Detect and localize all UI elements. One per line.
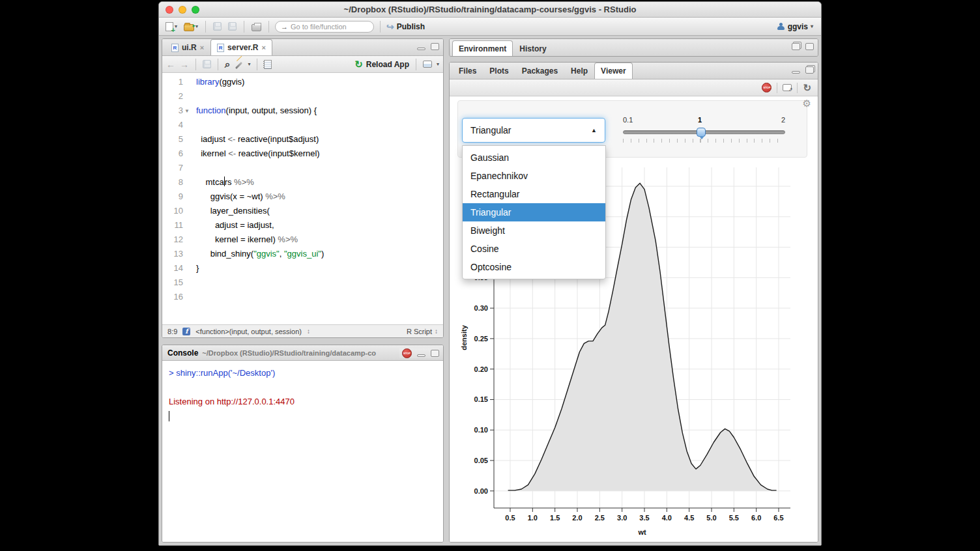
back-icon[interactable]: ← xyxy=(166,59,175,70)
files-tab-strip: FilesPlotsPackagesHelpViewer xyxy=(450,63,818,79)
fold-icon[interactable]: ▼ xyxy=(184,104,190,119)
svg-text:0.00: 0.00 xyxy=(474,487,488,495)
restore-pane-icon[interactable] xyxy=(792,43,800,50)
svg-text:2.5: 2.5 xyxy=(595,514,605,522)
new-file-button[interactable]: + ▾ xyxy=(164,21,179,32)
close-tab-icon[interactable]: × xyxy=(200,44,204,51)
close-tab-icon[interactable]: × xyxy=(261,44,265,51)
print-icon xyxy=(252,24,261,31)
kernel-option-biweight[interactable]: Biweight xyxy=(463,221,605,240)
console-output[interactable]: > shiny::runApp('~/Desktop') Listening o… xyxy=(162,361,443,542)
tab-help[interactable]: Help xyxy=(564,63,594,79)
line-number: 6 xyxy=(162,147,187,161)
restore-pane-icon[interactable] xyxy=(805,66,814,74)
tab-packages[interactable]: Packages xyxy=(515,63,564,79)
maximize-pane-icon[interactable] xyxy=(805,43,814,50)
code-line: 16 xyxy=(162,290,443,304)
file-type-selector[interactable]: R Script xyxy=(407,328,432,335)
svg-text:0.15: 0.15 xyxy=(474,395,488,403)
project-menu-button[interactable]: ggvis ▾ xyxy=(777,22,813,31)
viewer-toolbar: STOP ↻ xyxy=(450,79,818,96)
tab-environment[interactable]: Environment xyxy=(452,40,513,57)
code-editor[interactable]: 1library(ggvis)23▼function(input, output… xyxy=(162,73,443,324)
open-file-button[interactable]: ▸ ▾ xyxy=(182,21,199,32)
print-button[interactable] xyxy=(250,21,263,32)
svg-text:1.0: 1.0 xyxy=(528,514,538,522)
save-icon[interactable] xyxy=(203,60,211,68)
slider-handle[interactable] xyxy=(697,128,706,137)
refresh-icon[interactable]: ↻ xyxy=(803,82,811,94)
scope-selector[interactable]: <function>(input, output, session) xyxy=(195,328,302,335)
slider-track[interactable] xyxy=(623,130,785,134)
code-line: 13 bind_shiny("ggvis", "ggvis_ui") xyxy=(162,247,443,261)
svg-text:6.5: 6.5 xyxy=(773,514,783,522)
stop-icon[interactable]: STOP xyxy=(762,83,771,92)
line-number: 9 xyxy=(162,190,187,204)
svg-text:0.5: 0.5 xyxy=(505,514,515,522)
kernel-option-optcosine[interactable]: Optcosine xyxy=(463,258,605,276)
line-number: 15 xyxy=(162,276,187,290)
line-number: 3▼ xyxy=(162,104,187,118)
goto-file-function-input[interactable]: → Go to file/function xyxy=(275,21,374,33)
kernel-option-triangular[interactable]: Triangular xyxy=(463,203,605,221)
minimize-pane-icon[interactable] xyxy=(417,48,425,50)
forward-icon[interactable]: → xyxy=(180,59,189,70)
minimize-pane-icon[interactable] xyxy=(792,71,800,74)
kernel-option-gaussian[interactable]: Gaussian xyxy=(463,148,605,167)
line-number: 11 xyxy=(162,218,187,233)
pane-window-icons xyxy=(792,66,814,74)
user-icon xyxy=(777,22,785,31)
title-bar: ~/Dropbox (RStudio)/RStudio/training/dat… xyxy=(159,2,821,18)
toolbar-separator xyxy=(380,21,381,33)
minimize-pane-icon[interactable] xyxy=(417,354,425,357)
svg-text:density: density xyxy=(460,324,468,350)
console-pane: Console ~/Dropbox (RStudio)/RStudio/trai… xyxy=(162,345,444,543)
search-icon[interactable]: ⌕ xyxy=(225,59,230,70)
toolbar-separator xyxy=(218,59,218,70)
chevron-down-icon: ▾ xyxy=(811,23,813,29)
source-pane-icon[interactable] xyxy=(423,61,432,68)
desktop-background: ~/Dropbox (RStudio)/RStudio/training/dat… xyxy=(0,0,980,551)
save-button[interactable] xyxy=(212,21,223,31)
tab-server-r[interactable]: R server.R × xyxy=(210,39,272,55)
code-line: 12 kernel = ikernel) %>% xyxy=(162,233,443,247)
line-number: 1 xyxy=(162,75,187,89)
tab-plots[interactable]: Plots xyxy=(483,63,515,79)
code-line: 4 xyxy=(162,118,443,132)
kernel-option-cosine[interactable]: Cosine xyxy=(463,240,605,258)
publish-button[interactable]: ↪ Publish xyxy=(386,21,425,32)
reload-icon: ↻ xyxy=(354,59,363,70)
line-number: 16 xyxy=(162,290,187,304)
kernel-select[interactable]: Triangular ▲ xyxy=(462,118,605,143)
slider-mid-label: 1 xyxy=(698,116,702,124)
gear-icon[interactable]: ⚙ xyxy=(803,98,811,109)
console-header: Console ~/Dropbox (RStudio)/RStudio/trai… xyxy=(162,345,443,361)
code-tools-wand-icon[interactable] xyxy=(235,62,242,69)
save-icon xyxy=(213,22,222,31)
line-number: 14 xyxy=(162,261,187,276)
reload-app-button[interactable]: ↻ Reload App xyxy=(354,59,409,70)
code-line: 10 layer_densities( xyxy=(162,204,443,218)
code-line: 7 xyxy=(162,161,443,175)
svg-text:4.5: 4.5 xyxy=(684,514,694,522)
r-document-icon: R xyxy=(217,44,224,52)
stop-icon[interactable]: STOP xyxy=(402,348,412,358)
tab-viewer[interactable]: Viewer xyxy=(594,63,632,79)
editor-tab-strip: R ui.R × R server.R × xyxy=(162,39,443,56)
kernel-option-epanechnikov[interactable]: Epanechnikov xyxy=(463,167,605,185)
open-in-new-window-icon[interactable] xyxy=(783,84,792,91)
tab-history[interactable]: History xyxy=(513,40,553,57)
tab-files[interactable]: Files xyxy=(452,63,483,79)
line-number: 8 xyxy=(162,175,187,190)
editor-toolbar: ← → ⌕ ▾ ↻ Reload App xyxy=(162,56,443,73)
maximize-pane-icon[interactable] xyxy=(431,43,439,50)
save-all-button[interactable] xyxy=(227,21,238,31)
pane-layout: R ui.R × R server.R × ← xyxy=(159,36,821,545)
slider-max-label: 2 xyxy=(781,116,785,124)
compile-notebook-icon[interactable] xyxy=(264,60,272,69)
line-number: 12 xyxy=(162,233,187,247)
toolbar-separator xyxy=(797,83,798,93)
maximize-pane-icon[interactable] xyxy=(431,350,439,357)
kernel-option-rectangular[interactable]: Rectangular xyxy=(463,185,605,203)
tab-ui-r[interactable]: R ui.R × xyxy=(165,39,210,55)
